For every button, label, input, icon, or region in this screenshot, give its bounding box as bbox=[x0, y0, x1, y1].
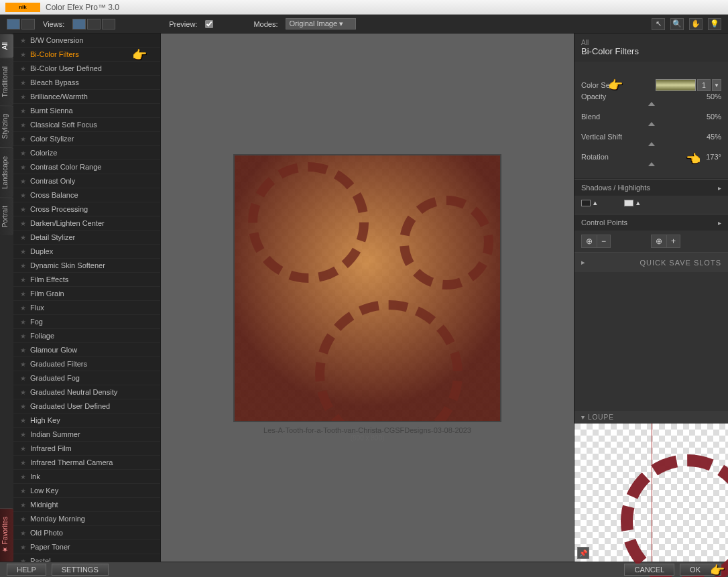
star-icon[interactable]: ★ bbox=[20, 51, 26, 58]
star-icon[interactable]: ★ bbox=[20, 65, 26, 72]
control-points-header[interactable]: Control Points ▸ bbox=[574, 214, 728, 231]
star-icon[interactable]: ★ bbox=[20, 79, 26, 86]
side-view-button[interactable] bbox=[102, 19, 115, 29]
category-tab-stylizing[interactable]: Stylizing bbox=[0, 105, 13, 147]
star-icon[interactable]: ★ bbox=[20, 501, 26, 509]
star-icon[interactable]: ★ bbox=[20, 487, 26, 495]
star-icon[interactable]: ★ bbox=[20, 234, 26, 241]
star-icon[interactable]: ★ bbox=[20, 389, 26, 396]
filter-item[interactable]: ★Classical Soft Focus bbox=[13, 118, 160, 132]
star-icon[interactable]: ★ bbox=[20, 375, 26, 382]
filter-item[interactable]: ★Foliage bbox=[13, 329, 160, 343]
split-view-button[interactable] bbox=[87, 19, 101, 29]
star-icon[interactable]: ★ bbox=[20, 431, 26, 438]
star-icon[interactable]: ★ bbox=[20, 135, 26, 143]
filter-item[interactable]: ★Bleach Bypass bbox=[13, 76, 160, 90]
filter-item[interactable]: ★B/W Conversion bbox=[13, 34, 160, 48]
filter-item[interactable]: ★Flux bbox=[13, 301, 160, 315]
filter-item[interactable]: ★Duplex bbox=[13, 245, 160, 259]
preview-checkbox[interactable] bbox=[205, 20, 213, 28]
star-icon[interactable]: ★ bbox=[20, 192, 26, 199]
filter-item[interactable]: ★Contrast Only bbox=[13, 174, 160, 188]
loupe-header[interactable]: ▾LOUPE bbox=[574, 411, 728, 424]
filter-item[interactable]: ★Monday Morning bbox=[13, 512, 160, 526]
filter-item[interactable]: ★Infrared Film bbox=[13, 442, 160, 456]
filter-item[interactable]: ★Cross Balance bbox=[13, 188, 160, 202]
add-negative-cp-button[interactable]: ⊕− bbox=[581, 235, 611, 248]
star-icon[interactable]: ★ bbox=[20, 121, 26, 129]
tip-tool-icon[interactable]: 💡 bbox=[708, 18, 721, 30]
category-tab-portrait[interactable]: Portrait bbox=[0, 197, 13, 235]
star-icon[interactable]: ★ bbox=[20, 459, 26, 466]
star-icon[interactable]: ★ bbox=[20, 515, 26, 523]
filter-item[interactable]: ★Pastel bbox=[13, 554, 160, 562]
star-icon[interactable]: ★ bbox=[20, 529, 26, 537]
star-icon[interactable]: ★ bbox=[20, 220, 26, 227]
star-icon[interactable]: ★ bbox=[20, 332, 26, 340]
star-icon[interactable]: ★ bbox=[20, 149, 26, 157]
slider-track[interactable] bbox=[581, 122, 721, 129]
highlights-control[interactable]: ▴ bbox=[624, 198, 640, 207]
category-tab-favorites[interactable]: ★ Favorites bbox=[0, 508, 13, 562]
star-icon[interactable]: ★ bbox=[20, 206, 26, 213]
settings-button[interactable]: SETTINGS bbox=[52, 564, 109, 576]
star-icon[interactable]: ★ bbox=[20, 361, 26, 368]
slider-track[interactable] bbox=[581, 142, 721, 149]
star-icon[interactable]: ★ bbox=[20, 93, 26, 101]
star-icon[interactable]: ★ bbox=[20, 543, 26, 551]
filter-item[interactable]: ★Darken/Lighten Center bbox=[13, 216, 160, 231]
filter-item[interactable]: ★Detail Stylizer bbox=[13, 231, 160, 245]
filter-item[interactable]: ★Low Key bbox=[13, 484, 160, 498]
pointer-tool-icon[interactable]: ↖ bbox=[652, 18, 665, 30]
star-icon[interactable]: ★ bbox=[20, 290, 26, 298]
pan-tool-icon[interactable]: ✋ bbox=[689, 18, 703, 30]
filter-item[interactable]: ★Fog bbox=[13, 315, 160, 329]
filter-item[interactable]: ★Infrared Thermal Camera bbox=[13, 456, 160, 470]
category-tab-traditional[interactable]: Traditional bbox=[0, 58, 13, 105]
filter-item[interactable]: ★Graduated Neutral Density bbox=[13, 385, 160, 399]
filter-item[interactable]: ★Color Stylizer bbox=[13, 132, 160, 146]
filter-item[interactable]: ★Bi-Color Filters👉 bbox=[13, 48, 160, 62]
shadows-control[interactable]: ▴ bbox=[581, 198, 597, 207]
color-set-picker[interactable]: 1 ▼ bbox=[656, 79, 721, 91]
add-positive-cp-button[interactable]: ⊕+ bbox=[651, 235, 680, 248]
star-icon[interactable]: ★ bbox=[20, 558, 26, 562]
pin-icon[interactable]: 📌 bbox=[577, 547, 589, 559]
slider-track[interactable] bbox=[581, 102, 721, 109]
star-icon[interactable]: ★ bbox=[20, 318, 26, 326]
star-icon[interactable]: ★ bbox=[20, 248, 26, 255]
filter-item[interactable]: ★Old Photo bbox=[13, 526, 160, 540]
help-button[interactable]: HELP bbox=[7, 564, 46, 576]
list-view-button[interactable] bbox=[21, 19, 35, 29]
filter-item[interactable]: ★Graduated Filters bbox=[13, 357, 160, 371]
chevron-down-icon[interactable]: ▼ bbox=[712, 79, 721, 91]
quick-save-header[interactable]: ▸QUICK SAVE SLOTS bbox=[574, 252, 728, 272]
star-icon[interactable]: ★ bbox=[20, 346, 26, 354]
star-icon[interactable]: ★ bbox=[20, 276, 26, 283]
filter-item[interactable]: ★High Key bbox=[13, 413, 160, 428]
filter-item[interactable]: ★Contrast Color Range bbox=[13, 160, 160, 174]
modes-select[interactable]: Original Image ▾ bbox=[286, 18, 356, 29]
ok-button[interactable]: OK👉 bbox=[680, 564, 721, 576]
thumb-view-button[interactable] bbox=[7, 19, 20, 29]
filter-item[interactable]: ★Glamour Glow bbox=[13, 343, 160, 357]
filter-item[interactable]: ★Dynamic Skin Softener bbox=[13, 259, 160, 273]
slider-track[interactable] bbox=[581, 162, 721, 169]
filter-item[interactable]: ★Midnight bbox=[13, 498, 160, 512]
filter-item[interactable]: ★Bi-Color User Defined bbox=[13, 62, 160, 76]
filter-item[interactable]: ★Cross Processing bbox=[13, 202, 160, 216]
star-icon[interactable]: ★ bbox=[20, 304, 26, 312]
star-icon[interactable]: ★ bbox=[20, 164, 26, 171]
filter-item[interactable]: ★Paper Toner bbox=[13, 540, 160, 554]
star-icon[interactable]: ★ bbox=[20, 403, 26, 410]
star-icon[interactable]: ★ bbox=[20, 417, 26, 424]
star-icon[interactable]: ★ bbox=[20, 178, 26, 185]
filter-item[interactable]: ★Graduated User Defined bbox=[13, 399, 160, 413]
star-icon[interactable]: ★ bbox=[20, 262, 26, 269]
filter-item[interactable]: ★Burnt Sienna bbox=[13, 104, 160, 118]
zoom-tool-icon[interactable]: 🔍 bbox=[670, 18, 684, 30]
category-tab-all[interactable]: All bbox=[0, 34, 13, 58]
star-icon[interactable]: ★ bbox=[20, 107, 26, 115]
cancel-button[interactable]: CANCEL bbox=[624, 564, 674, 576]
shadows-highlights-header[interactable]: Shadows / Highlights ▸ bbox=[574, 179, 728, 196]
